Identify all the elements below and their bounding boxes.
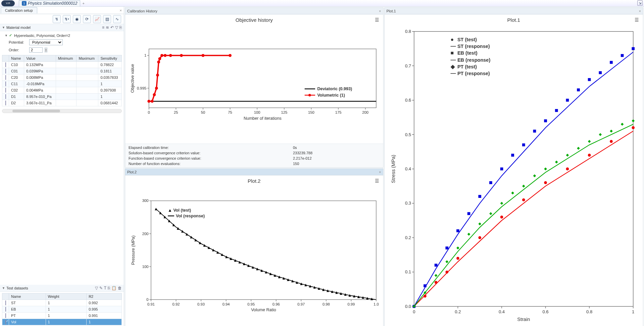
checkbox[interactable] (5, 301, 6, 305)
checkbox[interactable] (5, 320, 6, 324)
settings-icon[interactable]: ≡ (102, 25, 104, 30)
material-tree-root[interactable]: ▼ ✓ Hyperelastic, Polynomial, Order=2 (2, 33, 122, 38)
svg-point-37 (229, 54, 232, 57)
horizontal-scrollbar[interactable] (2, 109, 122, 113)
close-pane-icon[interactable]: × (379, 9, 381, 13)
tool-icon-2[interactable]: ↯▾ (63, 15, 71, 23)
edit-icon[interactable]: ✎ (99, 286, 103, 290)
filter-icon[interactable]: ▽ (115, 25, 118, 30)
table-row[interactable]: C100.132MPa0.78822 (2, 62, 122, 68)
objective-history-title: Objective history (128, 17, 381, 23)
svg-text:—: — (450, 70, 456, 76)
sphere-icon[interactable]: ◉ (73, 15, 81, 23)
col-header[interactable] (2, 293, 9, 300)
chart-menu-icon[interactable]: ☰ (375, 178, 379, 183)
plot1-chart-title: Plot.1 (387, 17, 641, 23)
col-header[interactable]: Maximum (77, 55, 98, 62)
checkbox[interactable] (5, 62, 6, 67)
svg-marker-213 (610, 130, 613, 133)
refresh-icon[interactable]: ⟳ (83, 15, 91, 23)
svg-text:0.96: 0.96 (273, 302, 280, 306)
svg-marker-92 (234, 259, 237, 262)
svg-text:Pressure (MPa): Pressure (MPa) (131, 235, 136, 265)
svg-marker-198 (445, 260, 448, 263)
table-row[interactable]: ST10.992 (2, 300, 122, 306)
col-header[interactable]: Value (24, 55, 56, 62)
curve-icon[interactable]: ∿ (113, 15, 121, 23)
col-header[interactable] (2, 55, 9, 62)
chart-menu-icon[interactable]: ☰ (375, 17, 379, 22)
table-row[interactable]: C11-0.018MPa1 (2, 81, 122, 87)
settings2-icon[interactable]: ≋ (106, 25, 109, 30)
table-row[interactable]: C010.039MPa0.1811 (2, 68, 122, 74)
objective-history-chart[interactable]: 02550751001251501752000.9951Number of it… (128, 24, 381, 141)
table-row[interactable]: Vol11 (2, 319, 122, 325)
col-header[interactable]: Name (9, 293, 46, 300)
new-tab-plus-icon[interactable]: + (82, 1, 84, 5)
svg-text:ST (test): ST (test) (457, 37, 477, 42)
info-key: Function-based convergence criterion val… (129, 156, 279, 161)
delete-icon[interactable]: 🗑 (118, 286, 122, 290)
svg-rect-193 (621, 54, 624, 57)
col-header[interactable]: Name (9, 55, 24, 62)
svg-point-30 (157, 60, 160, 63)
checkbox[interactable] (5, 307, 6, 312)
table-icon[interactable]: ▤ (103, 15, 111, 23)
paste-icon[interactable]: 📋 (111, 286, 116, 290)
undo-icon[interactable]: ↶ (110, 25, 114, 30)
svg-text:0: 0 (413, 309, 415, 314)
test-datasets-header[interactable]: ▼ Test datasets ▽ ✎ T ⎘ 📋 🗑 (0, 285, 124, 292)
checkbox[interactable] (5, 82, 6, 86)
table-row[interactable]: C020.004MPa0.397938 (2, 87, 122, 94)
table-row[interactable]: D18.957e-010_Pa1 (2, 94, 122, 100)
caret-icon: ▼ (2, 26, 5, 29)
spinner-icon[interactable]: ▲▼ (45, 48, 47, 52)
potential-select[interactable]: Polynomial (29, 39, 63, 45)
table-row[interactable]: C200.008MPa0.0357833 (2, 74, 122, 81)
calibration-setup-tab[interactable]: Calibration setup (1, 7, 37, 13)
table-row[interactable]: EB10.995 (2, 306, 122, 312)
col-header[interactable]: Weight (46, 293, 87, 300)
table-row[interactable]: PT10.991 (2, 312, 122, 319)
checkbox[interactable] (5, 94, 6, 99)
svg-text:PT (response): PT (response) (457, 71, 490, 76)
checkbox[interactable] (5, 101, 6, 105)
svg-text:◆: ◆ (450, 64, 455, 69)
col-header[interactable]: Sensitivity (98, 55, 122, 62)
col-header[interactable]: R2 (87, 293, 122, 300)
checkbox[interactable] (5, 88, 6, 93)
export-icon[interactable]: ⎘ (119, 25, 122, 30)
collapse-icon[interactable]: ⇲ (637, 0, 643, 6)
tool-icon-1[interactable]: ↯ (53, 15, 61, 23)
close-pane-icon[interactable]: × (639, 9, 641, 13)
svg-marker-199 (456, 247, 459, 250)
col-header[interactable]: Minimum (56, 55, 77, 62)
svg-text:0: 0 (146, 297, 148, 302)
svg-text:1: 1 (144, 53, 146, 57)
svg-text:1: 1 (632, 309, 634, 314)
material-model-header[interactable]: ▼ Material model ≡ ≋ ↶ ▽ ⎘ (0, 24, 124, 31)
document-tab[interactable]: 1 Physics Simulation0000012 (19, 0, 80, 6)
order-input[interactable] (29, 47, 43, 53)
plot2-chart[interactable]: 0.910.920.930.940.950.960.970.980.991.00… (128, 185, 381, 326)
text-icon[interactable]: T (104, 286, 106, 290)
svg-point-167 (500, 216, 503, 219)
checkbox[interactable] (5, 69, 6, 73)
svg-text:—: — (450, 43, 456, 49)
close-panel-icon[interactable]: × (120, 8, 124, 12)
close-pane-icon[interactable]: × (379, 170, 381, 174)
filter-icon[interactable]: ▽ (95, 286, 98, 290)
plot1-chart[interactable]: 00.20.40.60.810.00.10.20.30.40.50.60.70.… (387, 24, 641, 326)
checkbox[interactable] (5, 75, 6, 80)
info-value: 233239.788 (280, 151, 380, 155)
svg-text:Strain: Strain (517, 317, 530, 322)
copy-icon[interactable]: ⎘ (108, 286, 110, 290)
calibration-history-pane: Calibration History× Objective history ☰… (125, 7, 384, 168)
table-row[interactable]: D23.667e-011_Pa0.0681442 (2, 100, 122, 106)
chart-menu-icon[interactable]: ☰ (635, 17, 639, 22)
chart-icon[interactable]: 📈 (93, 15, 101, 23)
checkbox[interactable] (5, 313, 6, 318)
tree-caret-icon: ▼ (5, 34, 8, 37)
svg-point-36 (202, 54, 205, 57)
svg-marker-74 (155, 208, 157, 211)
